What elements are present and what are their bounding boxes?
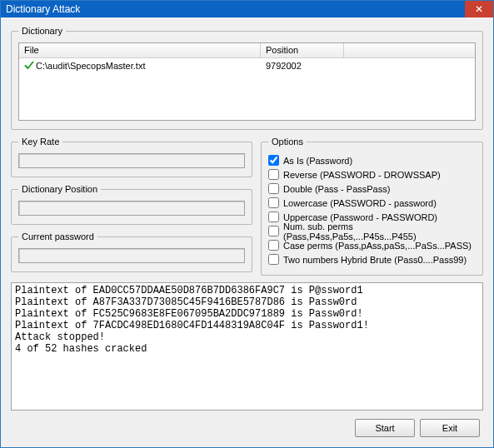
middle-left: Key Rate Dictionary Position Current pas…	[11, 137, 252, 276]
checkmark-icon	[24, 61, 34, 71]
option-caseperms[interactable]: Case perms (Pass,pAss,paSs,...PaSs...PAS…	[268, 238, 476, 252]
checkbox-reverse[interactable]	[268, 169, 279, 180]
cell-file-text: C:\audit\SpecopsMaster.txt	[36, 61, 145, 71]
content: Dictionary File Position C:\audit\Specop…	[1, 17, 493, 447]
dictionary-group: Dictionary File Position C:\audit\Specop…	[11, 26, 483, 130]
col-header-file[interactable]: File	[19, 43, 261, 57]
dictionary-legend: Dictionary	[18, 26, 66, 36]
cell-position: 9792002	[261, 59, 344, 72]
option-twonum[interactable]: Two numbers Hybrid Brute (Pass0....Pass9…	[268, 252, 476, 266]
options-legend: Options	[268, 137, 307, 147]
option-label: Lowercase (PASSWORD - password)	[283, 198, 437, 208]
col-header-blank	[344, 43, 475, 57]
middle-row: Key Rate Dictionary Position Current pas…	[11, 137, 483, 276]
option-label: As Is (Password)	[283, 156, 352, 166]
option-double[interactable]: Double (Pass - PassPass)	[268, 182, 476, 196]
button-row: Start Exit	[11, 417, 483, 439]
checkbox-as-is[interactable]	[268, 155, 279, 166]
dictionary-listview[interactable]: File Position C:\audit\SpecopsMaster.txt…	[18, 42, 476, 121]
option-reverse[interactable]: Reverse (PASSWORD - DROWSSAP)	[268, 167, 476, 182]
curpass-group: Current password	[11, 231, 252, 272]
curpass-field	[18, 248, 245, 263]
dictpos-legend: Dictionary Position	[18, 184, 101, 194]
option-label: Double (Pass - PassPass)	[283, 184, 390, 194]
keyrate-legend: Key Rate	[18, 137, 62, 147]
option-lowercase[interactable]: Lowercase (PASSWORD - password)	[268, 196, 476, 210]
dictpos-group: Dictionary Position	[11, 184, 252, 225]
keyrate-group: Key Rate	[11, 137, 252, 177]
start-button[interactable]: Start	[355, 419, 415, 437]
checkbox-lowercase[interactable]	[268, 197, 279, 208]
cell-file: C:\audit\SpecopsMaster.txt	[19, 59, 261, 72]
checkbox-uppercase[interactable]	[268, 212, 279, 222]
table-row[interactable]: C:\audit\SpecopsMaster.txt 9792002	[19, 58, 475, 73]
dictpos-field	[18, 201, 245, 216]
option-label: Reverse (PASSWORD - DROWSSAP)	[283, 170, 441, 180]
option-label: Case perms (Pass,pAss,paSs,...PaSs...PAS…	[283, 241, 472, 251]
col-header-position[interactable]: Position	[261, 43, 344, 57]
option-numsub[interactable]: Num. sub. perms (Pass,P4ss,Pa5s,...P45s.…	[268, 224, 476, 238]
option-label: Num. sub. perms (Pass,P4ss,Pa5s,...P45s.…	[283, 222, 476, 241]
titlebar: Dictionary Attack ✕	[1, 1, 493, 17]
exit-button[interactable]: Exit	[420, 419, 480, 437]
curpass-legend: Current password	[18, 231, 97, 241]
option-label: Two numbers Hybrid Brute (Pass0....Pass9…	[283, 255, 467, 265]
keyrate-field	[18, 153, 245, 168]
window-title: Dictionary Attack	[1, 3, 80, 15]
checkbox-numsub[interactable]	[268, 226, 279, 236]
listview-header: File Position	[19, 43, 475, 58]
close-icon: ✕	[475, 3, 483, 15]
option-as-is[interactable]: As Is (Password)	[268, 153, 476, 167]
checkbox-double[interactable]	[268, 183, 279, 194]
options-group: Options As Is (Password) Reverse (PASSWO…	[261, 137, 483, 276]
output-textbox[interactable]: Plaintext of EAD0CC57DDAAE50D876B7DD6386…	[11, 282, 483, 411]
close-button[interactable]: ✕	[465, 1, 493, 17]
checkbox-twonum[interactable]	[268, 254, 279, 265]
checkbox-caseperms[interactable]	[268, 240, 279, 251]
options-list: As Is (Password) Reverse (PASSWORD - DRO…	[268, 153, 476, 266]
window: Dictionary Attack ✕ Dictionary File Posi…	[0, 0, 494, 448]
